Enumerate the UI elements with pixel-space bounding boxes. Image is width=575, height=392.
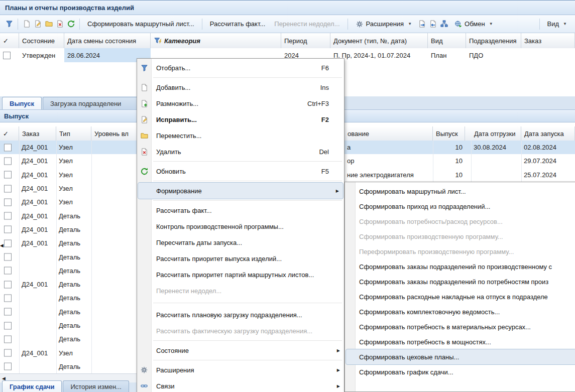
splitter-collapse-icon[interactable]: ◀ <box>0 243 4 248</box>
column-header-period[interactable]: Период <box>281 33 330 48</box>
context-menu-item: Перенести недодел... <box>137 283 344 299</box>
row-checkbox[interactable] <box>4 144 12 151</box>
context-menu-item[interactable]: Добавить...Ins <box>137 79 344 95</box>
row-checkbox[interactable] <box>4 363 12 370</box>
column-header-ship-date[interactable]: Дата отгрузки <box>471 126 521 141</box>
menu-item-label: Обновить <box>156 168 186 175</box>
menu-item-label: Рассчитать приоритет партий маршрутных л… <box>156 271 314 279</box>
structure-icon[interactable] <box>439 19 449 29</box>
column-header-launch-date[interactable]: Дата запуска <box>521 126 575 141</box>
column-header-state-date[interactable]: Дата смены состояния <box>64 33 151 48</box>
submenu-item: Сформировать производственную программу.… <box>345 229 575 244</box>
tab-delivery-schedule[interactable]: График сдачи <box>2 380 62 392</box>
context-menu-item[interactable]: Отобрать...F6 <box>137 60 344 76</box>
column-header-name[interactable]: ование <box>344 126 433 141</box>
grid-line <box>19 141 20 373</box>
cell-type: Узел <box>56 182 91 195</box>
row-checkbox[interactable] <box>4 185 12 192</box>
format-route-list-button[interactable]: Сформировать маршрутный лист... <box>83 18 198 30</box>
column-header-state[interactable]: Состояние <box>19 33 64 48</box>
context-menu-item[interactable]: Рассчитать плановую загрузку подразделен… <box>137 307 344 323</box>
submenu-item-label: Сформировать комплектовочную ведомость..… <box>359 308 500 316</box>
row-checkbox[interactable] <box>4 239 12 247</box>
calc-fact-button[interactable]: Рассчитать факт... <box>206 18 270 30</box>
column-header-divisions[interactable]: Подразделения <box>466 33 521 48</box>
view-button[interactable]: Вид ▼ <box>543 18 571 30</box>
row-checkbox[interactable] <box>4 349 12 357</box>
context-menu-item[interactable]: Контроль производственной программы... <box>137 218 344 234</box>
cell-type: Деталь <box>56 209 91 222</box>
tab-label: Выпуск <box>10 100 34 107</box>
row-checkbox[interactable] <box>4 335 12 343</box>
submenu-item[interactable]: Сформировать потребность в мощностях... <box>345 334 575 349</box>
check-column-header[interactable]: ✓ <box>0 126 19 141</box>
tab-change-history[interactable]: История измен... <box>63 380 129 392</box>
column-header-kind[interactable]: Вид <box>428 33 466 48</box>
context-menu-item[interactable]: Пересчитать даты запуска... <box>137 234 344 250</box>
context-menu-item[interactable]: УдалитьDel <box>137 144 344 160</box>
context-menu-item[interactable]: Переместить... <box>137 127 344 144</box>
column-header-type[interactable]: Тип <box>56 126 91 141</box>
row-checkbox[interactable] <box>4 322 12 329</box>
row-checkbox[interactable] <box>4 157 12 165</box>
row-checkbox[interactable] <box>4 308 12 316</box>
submenu-item[interactable]: Сформировать заказы подразделений по пот… <box>345 274 575 289</box>
context-menu-item[interactable]: Рассчитать приоритет выпуска изделий... <box>137 250 344 267</box>
row-checkbox[interactable] <box>4 198 12 206</box>
context-menu-item[interactable]: Связи▶ <box>137 378 344 392</box>
context-menu: Отобрать...F6Добавить...InsРазмножить...… <box>137 58 344 392</box>
submenu-item[interactable]: Сформировать потребность в материальных … <box>345 319 575 334</box>
column-header-document[interactable]: Документ (тип, №, дата) <box>330 33 428 48</box>
exchange-button[interactable]: Обмен ▼ <box>450 18 497 30</box>
submenu-item[interactable]: Сформировать приход из подразделений... <box>345 199 575 214</box>
context-menu-item[interactable]: Рассчитать приоритет партий маршрутных л… <box>137 267 344 283</box>
submenu-item[interactable]: Сформировать комплектовочную ведомость..… <box>345 304 575 319</box>
delete-icon[interactable] <box>55 19 65 29</box>
column-header-order[interactable]: Заказ <box>19 126 56 141</box>
row-checkbox[interactable] <box>4 281 12 288</box>
move-icon[interactable] <box>44 19 54 29</box>
scroll-left-arrow[interactable]: ◀ <box>2 376 6 381</box>
refresh-icon[interactable] <box>66 19 76 29</box>
context-menu-item[interactable]: ОбновитьF5 <box>137 163 344 179</box>
extensions-button[interactable]: Расширения ▼ <box>352 18 416 30</box>
column-header-output[interactable]: Выпуск <box>433 126 465 141</box>
column-header-category[interactable]: Категория <box>151 33 281 48</box>
cell-launch-date: 02.08.2024 <box>521 141 575 154</box>
context-menu-item[interactable]: Размножить...Ctrl+F3 <box>137 95 344 111</box>
context-menu-item[interactable]: Исправить...F2 <box>137 111 344 127</box>
menu-separator <box>137 299 344 307</box>
row-checkbox[interactable] <box>4 171 12 179</box>
row-checkbox[interactable] <box>4 212 12 220</box>
cell-type: Деталь <box>56 332 91 346</box>
add-icon[interactable] <box>22 19 32 29</box>
submenu-item[interactable]: Сформировать заказы подразделений по про… <box>345 259 575 274</box>
row-checkbox[interactable] <box>4 294 12 302</box>
cell-order: Д24_001 <box>19 182 56 195</box>
submenu-item[interactable]: Сформировать график сдачи... <box>345 364 575 379</box>
import-icon[interactable] <box>428 19 438 29</box>
edit-icon[interactable] <box>33 19 43 29</box>
export-icon[interactable] <box>417 19 427 29</box>
submenu-item[interactable]: Сформировать цеховые планы... <box>346 349 575 364</box>
check-column-header[interactable]: ✓ <box>0 33 19 48</box>
row-checkbox[interactable] <box>3 52 11 59</box>
context-menu-item[interactable]: Рассчитать факт... <box>137 202 344 218</box>
column-header-level[interactable]: Уровень вл <box>91 126 144 141</box>
row-checkbox[interactable] <box>4 267 12 275</box>
menu-item-label: Рассчитать приоритет выпуска изделий... <box>156 255 282 263</box>
cell-check <box>0 48 19 62</box>
context-menu-item[interactable]: Расширения▶ <box>137 362 344 378</box>
submenu-item[interactable]: Сформировать маршрутный лист... <box>345 184 575 199</box>
tab-output[interactable]: Выпуск <box>2 97 42 109</box>
submenu-item[interactable]: Сформировать расходные накладные на отпу… <box>345 289 575 304</box>
row-checkbox[interactable] <box>4 253 12 261</box>
cell-order <box>19 332 56 346</box>
context-menu-item[interactable]: Состояние▶ <box>137 342 344 358</box>
context-menu-item[interactable]: Формирование▶ <box>138 183 343 199</box>
menu-item-label: Перенести недодел... <box>156 287 221 295</box>
cell-order: Д24_001 <box>19 223 56 236</box>
column-header-order[interactable]: Заказ <box>521 33 575 48</box>
filter-icon[interactable] <box>4 19 14 29</box>
row-checkbox[interactable] <box>4 226 12 233</box>
